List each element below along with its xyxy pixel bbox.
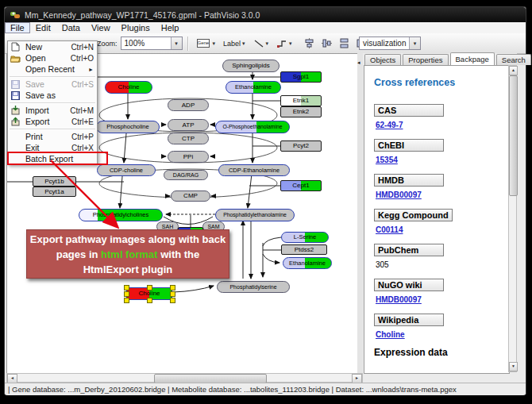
chevron-down-icon[interactable] — [266, 40, 269, 47]
node-ppi[interactable]: PPi — [168, 151, 209, 163]
file-menu-item-export[interactable]: ExportCtrl+E — [8, 116, 97, 127]
file-menu-item-exit[interactable]: ExitCtrl+X — [8, 142, 97, 153]
visualization-value: visualization — [363, 39, 406, 48]
menu-help[interactable]: Help — [156, 23, 185, 33]
node-ethanolamine-bottom[interactable]: Ethanolamine — [283, 257, 332, 269]
node-label: SAH — [162, 224, 173, 229]
align-middle-icon[interactable] — [322, 38, 332, 48]
menu-separator — [10, 129, 95, 129]
node-adp[interactable]: ADP — [168, 99, 209, 111]
node-pcyt2[interactable]: Pcyt2 — [280, 140, 322, 152]
chevron-down-icon[interactable] — [409, 37, 420, 49]
node-etnk2[interactable]: Etnk2 — [280, 106, 322, 117]
panel-scrollbar[interactable] — [508, 65, 517, 372]
node-phosphatidylethanolamine[interactable]: Phosphatidylethanolamine — [215, 209, 295, 221]
chevron-down-icon[interactable] — [242, 40, 245, 47]
menu-data[interactable]: Data — [56, 23, 86, 33]
scroll-down-icon[interactable] — [509, 362, 518, 371]
xref-id-link[interactable]: HMDB00097 — [376, 190, 509, 199]
node-sphingolipids[interactable]: Sphingolipids — [222, 60, 279, 72]
menu-item-label: Export — [25, 117, 49, 126]
connector-tool-button[interactable] — [273, 36, 295, 52]
callout-line1: Export pathway images along with back — [30, 233, 226, 245]
tab-backpage[interactable]: Backpage — [450, 52, 495, 65]
menu-item-label: Exit — [25, 143, 40, 152]
cross-references-heading: Cross references — [374, 77, 509, 88]
callout-line2-post: with the — [158, 248, 200, 260]
chevron-down-icon[interactable] — [213, 40, 216, 47]
status-bar: | Gene database: ...m_Derby_20120602.bri… — [5, 383, 526, 395]
node-ptdss2[interactable]: Ptdss2 — [281, 244, 327, 255]
xref-id-link[interactable]: C00114 — [376, 225, 509, 234]
open-folder-icon — [10, 53, 21, 63]
tab-properties[interactable]: Properties — [403, 54, 448, 65]
xref-id-link[interactable]: Choline — [376, 330, 509, 339]
node-o-phosphoethanolamine[interactable]: O-Phosphoethanolamine — [215, 121, 290, 133]
node-choline-top[interactable]: Choline — [105, 81, 152, 94]
node-l-serine[interactable]: L-Serine — [281, 232, 329, 243]
node-phosphocholine[interactable]: Phosphocholine — [96, 121, 160, 133]
file-menu-item-import[interactable]: ImportCtrl+M — [8, 105, 97, 116]
gene-datanode-button[interactable]: Gene — [194, 36, 219, 52]
node-sgpl1[interactable]: Sgpl1 — [280, 71, 322, 83]
import-icon — [10, 106, 21, 115]
node-dag[interactable]: DAG/RAG — [164, 170, 208, 180]
file-menu-item-batch-export[interactable]: Batch Export — [8, 153, 97, 164]
scroll-up-icon[interactable] — [509, 66, 518, 75]
canvas-horizontal-scrollbar[interactable] — [6, 373, 363, 383]
node-phosphatidylcholines[interactable]: Phosphatidylcholines — [79, 209, 163, 221]
node-label: Ptdss2 — [295, 247, 314, 253]
file-menu-item-open[interactable]: OpenCtrl+O — [8, 52, 97, 63]
selection-handle[interactable] — [147, 298, 152, 303]
chevron-down-icon[interactable] — [171, 37, 182, 49]
node-pcyt1b[interactable]: Pcyt1b — [33, 176, 76, 187]
node-atp[interactable]: ATP — [168, 119, 209, 131]
node-ethanolamine-top[interactable]: Ethanolamine — [226, 81, 281, 94]
selection-handle[interactable] — [170, 298, 175, 303]
menu-view[interactable]: View — [86, 23, 116, 33]
datanode-icon: Gene — [197, 39, 210, 48]
label-tool-button[interactable]: Label — [220, 36, 249, 52]
node-label: ADP — [182, 102, 195, 109]
zoom-combobox[interactable]: 100% — [121, 37, 183, 50]
file-menu-item-print[interactable]: PrintCtrl+P — [8, 131, 97, 142]
node-label: Phosphatidylethanolamine — [223, 213, 287, 218]
file-menu-item-new[interactable]: NewCtrl+N — [8, 41, 97, 52]
menu-item-shortcut: Ctrl+P — [71, 133, 94, 141]
selection-handle[interactable] — [124, 285, 129, 290]
menu-item-label: New — [25, 42, 42, 52]
stack-vertical-icon[interactable] — [339, 38, 349, 48]
selection-handle[interactable] — [124, 298, 129, 303]
xref-id-link[interactable]: 15354 — [376, 156, 509, 164]
xref-id-link[interactable]: 62-49-7 — [376, 121, 509, 129]
node-cdp-choline[interactable]: CDP-choline — [97, 164, 156, 176]
node-ctp[interactable]: CTP — [168, 133, 209, 144]
xref-id-link[interactable]: HMDB00097 — [376, 295, 509, 304]
node-etnk1[interactable]: Etnk1 — [280, 95, 322, 106]
selection-handle[interactable] — [170, 285, 175, 290]
visualization-combobox[interactable]: visualization — [359, 37, 421, 50]
node-cdp-ethanolamine[interactable]: CDP-Ethanolamine — [218, 164, 290, 176]
panel-splitter[interactable] — [357, 53, 363, 373]
chevron-down-icon[interactable] — [289, 40, 292, 47]
align-center-icon[interactable] — [304, 38, 314, 48]
menu-edit[interactable]: Edit — [30, 23, 56, 33]
menu-file[interactable]: File — [5, 22, 30, 33]
selection-handle[interactable] — [170, 291, 175, 297]
menu-item-shortcut: Ctrl+E — [71, 117, 94, 126]
selection-handle[interactable] — [124, 291, 129, 297]
line-tool-button[interactable] — [250, 36, 272, 52]
save-icon — [10, 79, 21, 89]
file-menu-item-save-as[interactable]: Save as — [8, 90, 97, 101]
file-menu-item-open-recent[interactable]: Open Recent — [8, 63, 97, 75]
tab-objects[interactable]: Objects — [364, 54, 401, 65]
menu-plugins[interactable]: Plugins — [116, 23, 156, 33]
node-pcyt1a[interactable]: Pcyt1a — [33, 187, 76, 197]
node-label: Phosphatidylcholines — [93, 212, 148, 218]
node-cmp[interactable]: CMP — [171, 190, 210, 202]
selection-handle[interactable] — [147, 285, 152, 290]
tab-search[interactable]: Search — [496, 54, 531, 65]
scrollbar-thumb[interactable] — [509, 75, 518, 196]
node-cept1[interactable]: Cept1 — [280, 180, 322, 191]
node-phosphatidylserine[interactable]: Phosphatidylserine — [217, 281, 290, 293]
